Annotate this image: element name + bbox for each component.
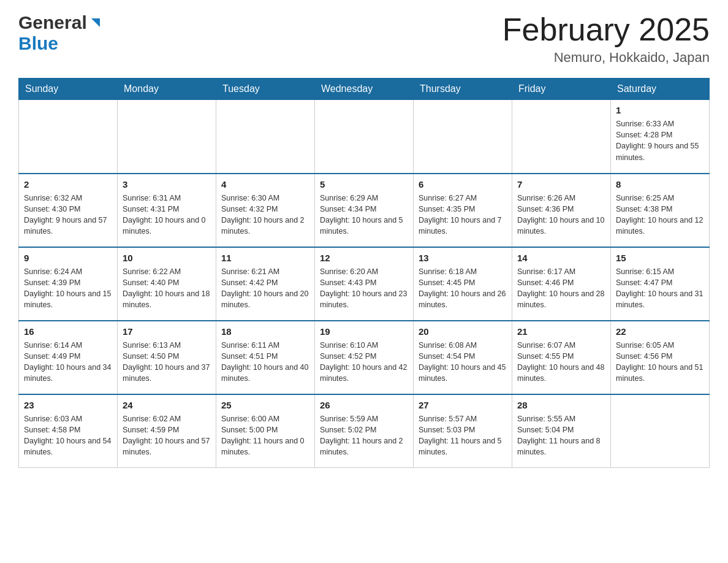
- calendar-cell: 4Sunrise: 6:30 AMSunset: 4:32 PMDaylight…: [216, 174, 315, 247]
- svg-marker-0: [91, 18, 100, 27]
- day-info: Sunrise: 6:11 AMSunset: 4:51 PMDaylight:…: [221, 340, 309, 385]
- day-number: 24: [123, 399, 211, 412]
- day-info: Sunrise: 6:22 AMSunset: 4:40 PMDaylight:…: [123, 266, 211, 311]
- day-number: 23: [24, 399, 112, 412]
- calendar-day-header-friday: Friday: [512, 79, 611, 100]
- calendar-cell: [315, 100, 414, 174]
- calendar-cell: 10Sunrise: 6:22 AMSunset: 4:40 PMDayligh…: [118, 247, 216, 321]
- day-info: Sunrise: 6:26 AMSunset: 4:36 PMDaylight:…: [517, 193, 605, 237]
- calendar-cell: 19Sunrise: 6:10 AMSunset: 4:52 PMDayligh…: [315, 321, 414, 394]
- calendar-cell: 28Sunrise: 5:55 AMSunset: 5:04 PMDayligh…: [512, 394, 611, 468]
- day-info: Sunrise: 6:00 AMSunset: 5:00 PMDaylight:…: [221, 413, 309, 458]
- day-number: 1: [616, 104, 704, 117]
- calendar-cell: 7Sunrise: 6:26 AMSunset: 4:36 PMDaylight…: [512, 174, 611, 247]
- day-number: 12: [320, 251, 408, 264]
- calendar-cell: 27Sunrise: 5:57 AMSunset: 5:03 PMDayligh…: [414, 394, 512, 468]
- logo-chevron-icon: [89, 16, 102, 29]
- calendar-week-row: 23Sunrise: 6:03 AMSunset: 4:58 PMDayligh…: [19, 394, 710, 468]
- day-number: 7: [517, 178, 605, 191]
- calendar-cell: 25Sunrise: 6:00 AMSunset: 5:00 PMDayligh…: [216, 394, 315, 468]
- calendar-cell: 16Sunrise: 6:14 AMSunset: 4:49 PMDayligh…: [19, 321, 118, 394]
- day-info: Sunrise: 6:15 AMSunset: 4:47 PMDaylight:…: [616, 266, 704, 311]
- day-info: Sunrise: 6:03 AMSunset: 4:58 PMDaylight:…: [24, 413, 112, 458]
- calendar-cell: 8Sunrise: 6:25 AMSunset: 4:38 PMDaylight…: [611, 174, 710, 247]
- day-number: 26: [320, 399, 408, 412]
- calendar-cell: 22Sunrise: 6:05 AMSunset: 4:56 PMDayligh…: [611, 321, 710, 394]
- calendar-cell: [216, 100, 315, 174]
- day-info: Sunrise: 6:08 AMSunset: 4:54 PMDaylight:…: [419, 340, 507, 385]
- calendar-cell: 3Sunrise: 6:31 AMSunset: 4:31 PMDaylight…: [118, 174, 216, 247]
- day-number: 13: [419, 251, 507, 264]
- calendar-cell: 2Sunrise: 6:32 AMSunset: 4:30 PMDaylight…: [19, 174, 118, 247]
- day-info: Sunrise: 6:33 AMSunset: 4:28 PMDaylight:…: [616, 118, 704, 163]
- day-info: Sunrise: 6:21 AMSunset: 4:42 PMDaylight:…: [221, 266, 309, 311]
- day-info: Sunrise: 6:10 AMSunset: 4:52 PMDaylight:…: [320, 340, 408, 385]
- calendar-cell: [414, 100, 512, 174]
- calendar-cell: 21Sunrise: 6:07 AMSunset: 4:55 PMDayligh…: [512, 321, 611, 394]
- day-info: Sunrise: 6:14 AMSunset: 4:49 PMDaylight:…: [24, 340, 112, 385]
- calendar-header-row: SundayMondayTuesdayWednesdayThursdayFrid…: [19, 79, 710, 100]
- day-info: Sunrise: 6:32 AMSunset: 4:30 PMDaylight:…: [24, 193, 112, 237]
- day-info: Sunrise: 6:25 AMSunset: 4:38 PMDaylight:…: [616, 193, 704, 237]
- day-info: Sunrise: 6:07 AMSunset: 4:55 PMDaylight:…: [517, 340, 605, 385]
- day-number: 19: [320, 325, 408, 338]
- day-number: 15: [616, 251, 704, 264]
- calendar-cell: 1Sunrise: 6:33 AMSunset: 4:28 PMDaylight…: [611, 100, 710, 174]
- day-info: Sunrise: 6:02 AMSunset: 4:59 PMDaylight:…: [123, 413, 211, 458]
- header-title-block: February 2025 Nemuro, Hokkaido, Japan: [502, 12, 710, 66]
- calendar-cell: 12Sunrise: 6:20 AMSunset: 4:43 PMDayligh…: [315, 247, 414, 321]
- day-number: 16: [24, 325, 112, 338]
- day-info: Sunrise: 6:20 AMSunset: 4:43 PMDaylight:…: [320, 266, 408, 311]
- month-title: February 2025: [502, 12, 710, 47]
- calendar-cell: 11Sunrise: 6:21 AMSunset: 4:42 PMDayligh…: [216, 247, 315, 321]
- day-number: 8: [616, 178, 704, 191]
- calendar-cell: 14Sunrise: 6:17 AMSunset: 4:46 PMDayligh…: [512, 247, 611, 321]
- calendar-day-header-tuesday: Tuesday: [216, 79, 315, 100]
- day-info: Sunrise: 6:05 AMSunset: 4:56 PMDaylight:…: [616, 340, 704, 385]
- calendar-cell: 20Sunrise: 6:08 AMSunset: 4:54 PMDayligh…: [414, 321, 512, 394]
- day-number: 28: [517, 399, 605, 412]
- day-number: 27: [419, 399, 507, 412]
- calendar-day-header-thursday: Thursday: [414, 79, 512, 100]
- day-info: Sunrise: 6:24 AMSunset: 4:39 PMDaylight:…: [24, 266, 112, 311]
- calendar-cell: [19, 100, 118, 174]
- calendar-cell: [611, 394, 710, 468]
- calendar-cell: 23Sunrise: 6:03 AMSunset: 4:58 PMDayligh…: [19, 394, 118, 468]
- day-number: 17: [123, 325, 211, 338]
- day-info: Sunrise: 6:29 AMSunset: 4:34 PMDaylight:…: [320, 193, 408, 237]
- day-number: 11: [221, 251, 309, 264]
- day-info: Sunrise: 6:18 AMSunset: 4:45 PMDaylight:…: [419, 266, 507, 311]
- calendar-day-header-wednesday: Wednesday: [315, 79, 414, 100]
- day-number: 22: [616, 325, 704, 338]
- day-info: Sunrise: 6:27 AMSunset: 4:35 PMDaylight:…: [419, 193, 507, 237]
- calendar-week-row: 1Sunrise: 6:33 AMSunset: 4:28 PMDaylight…: [19, 100, 710, 174]
- day-number: 10: [123, 251, 211, 264]
- day-info: Sunrise: 6:30 AMSunset: 4:32 PMDaylight:…: [221, 193, 309, 237]
- calendar-day-header-saturday: Saturday: [611, 79, 710, 100]
- calendar-cell: [118, 100, 216, 174]
- day-info: Sunrise: 5:57 AMSunset: 5:03 PMDaylight:…: [419, 413, 507, 458]
- calendar-cell: 17Sunrise: 6:13 AMSunset: 4:50 PMDayligh…: [118, 321, 216, 394]
- calendar-cell: 15Sunrise: 6:15 AMSunset: 4:47 PMDayligh…: [611, 247, 710, 321]
- day-info: Sunrise: 5:59 AMSunset: 5:02 PMDaylight:…: [320, 413, 408, 458]
- calendar-cell: 26Sunrise: 5:59 AMSunset: 5:02 PMDayligh…: [315, 394, 414, 468]
- day-number: 25: [221, 399, 309, 412]
- day-number: 6: [419, 178, 507, 191]
- day-number: 9: [24, 251, 112, 264]
- calendar-day-header-sunday: Sunday: [19, 79, 118, 100]
- day-number: 18: [221, 325, 309, 338]
- page-header: General Blue February 2025 Nemuro, Hokka…: [18, 12, 710, 66]
- calendar-day-header-monday: Monday: [118, 79, 216, 100]
- calendar-cell: 9Sunrise: 6:24 AMSunset: 4:39 PMDaylight…: [19, 247, 118, 321]
- calendar-cell: 18Sunrise: 6:11 AMSunset: 4:51 PMDayligh…: [216, 321, 315, 394]
- calendar-table: SundayMondayTuesdayWednesdayThursdayFrid…: [18, 78, 710, 468]
- calendar-cell: [512, 100, 611, 174]
- calendar-cell: 5Sunrise: 6:29 AMSunset: 4:34 PMDaylight…: [315, 174, 414, 247]
- logo-general-text: General: [18, 12, 87, 33]
- calendar-week-row: 9Sunrise: 6:24 AMSunset: 4:39 PMDaylight…: [19, 247, 710, 321]
- day-info: Sunrise: 5:55 AMSunset: 5:04 PMDaylight:…: [517, 413, 605, 458]
- calendar-cell: 6Sunrise: 6:27 AMSunset: 4:35 PMDaylight…: [414, 174, 512, 247]
- day-number: 21: [517, 325, 605, 338]
- calendar-cell: 24Sunrise: 6:02 AMSunset: 4:59 PMDayligh…: [118, 394, 216, 468]
- day-number: 3: [123, 178, 211, 191]
